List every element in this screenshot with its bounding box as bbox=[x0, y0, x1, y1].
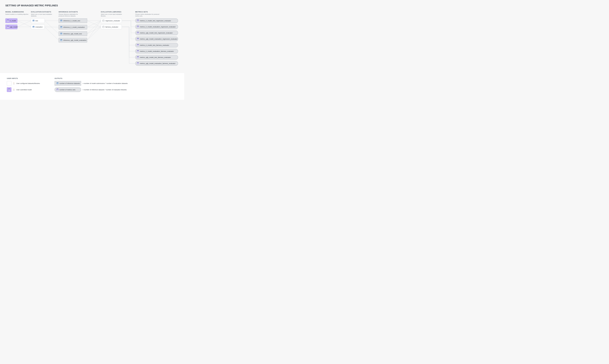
model-node-1[interactable]: xgb_model bbox=[5, 25, 17, 29]
legend-swatch-purple bbox=[7, 87, 12, 92]
svg-line-19 bbox=[87, 21, 101, 27]
inference-label: inference_lr_model_evaluation bbox=[63, 26, 85, 28]
legend-outputs-title: OUTPUTS bbox=[55, 78, 128, 79]
metrics-label: metrics_lr_model_evaluation_regression_e… bbox=[140, 26, 176, 28]
table-icon bbox=[32, 26, 34, 28]
legend-metrics-node: number of metrics sets bbox=[55, 87, 81, 92]
user-icon bbox=[13, 89, 15, 91]
evallib-node-0[interactable]: regression_evaluator bbox=[101, 18, 122, 23]
chart-icon bbox=[137, 32, 139, 34]
legend-submitted-text: User submitted model bbox=[16, 89, 32, 91]
metrics-node-3[interactable]: metrics_xgb_model_evaluation_regression_… bbox=[135, 37, 178, 41]
chart-icon bbox=[137, 20, 139, 22]
svg-line-24 bbox=[87, 21, 101, 40]
metrics-label: metrics_xgb_model_test_regression_evalua… bbox=[140, 32, 173, 34]
metrics-node-5[interactable]: metrics_lr_model_evaluation_fairness_eva… bbox=[135, 49, 178, 53]
svg-line-15 bbox=[45, 21, 59, 34]
svg-line-11 bbox=[17, 21, 31, 27]
col-sub-evalds: Select one or more input evaluation data… bbox=[31, 13, 55, 17]
legend-metrics-formula: = number of inference datasets * number … bbox=[83, 89, 127, 91]
svg-line-16 bbox=[45, 27, 59, 27]
table-icon bbox=[60, 26, 62, 28]
model-label: xgb_model bbox=[10, 26, 18, 28]
col-sub-evallibs: Select one or more input evaluation libr… bbox=[101, 13, 125, 17]
legend-outputs: OUTPUTS number of inference datasets = n… bbox=[55, 78, 128, 94]
col-header-models: MODEL SUBMISSIONS bbox=[5, 11, 24, 13]
svg-line-25 bbox=[87, 27, 101, 40]
col-sub-metrics: Choose metrics destination for produced … bbox=[135, 13, 160, 17]
svg-line-22 bbox=[87, 21, 101, 34]
svg-line-12 bbox=[17, 21, 31, 27]
user-icon bbox=[13, 82, 15, 84]
evalds-node-1[interactable]: evaluation bbox=[31, 25, 45, 29]
inference-node-1[interactable]: inference_lr_model_evaluation bbox=[59, 25, 87, 29]
metrics-label: metrics_xgb_model_evaluation_fairness_ev… bbox=[140, 63, 176, 64]
legend-configured-text: User configured datasets/libraries bbox=[16, 82, 40, 84]
chart-icon bbox=[137, 38, 139, 40]
col-header-evallibs: EVALUATION LIBRARIES bbox=[101, 11, 121, 13]
svg-line-20 bbox=[87, 21, 101, 27]
legend-row-metrics-count: number of metrics sets = number of infer… bbox=[55, 87, 128, 92]
inference-node-0[interactable]: inference_lr_model_test bbox=[59, 18, 87, 23]
inference-node-3[interactable]: inference_xgb_model_evaluation bbox=[59, 38, 87, 42]
metrics-label: metrics_lr_model_test_fairness_evaluator bbox=[140, 44, 169, 46]
model-node-0[interactable]: lr_model bbox=[5, 18, 17, 23]
metrics-label: metrics_lr_model_evaluation_fairness_eva… bbox=[140, 50, 174, 52]
col-sub-models: Submit models to a modeling objective. bbox=[5, 13, 29, 15]
chart-icon bbox=[8, 89, 10, 91]
evallib-label: fairness_evaluator bbox=[105, 26, 118, 28]
pipeline-canvas: SETTING UP MANAGED METRIC PIPELINES MODE… bbox=[0, 0, 184, 73]
inference-node-2[interactable]: inference_xgb_model_test bbox=[59, 31, 87, 36]
metrics-node-1[interactable]: metrics_lr_model_evaluation_regression_e… bbox=[135, 25, 178, 29]
metrics-label: metrics_lr_model_test_regression_evaluat… bbox=[140, 20, 171, 22]
svg-line-23 bbox=[87, 27, 101, 34]
code-icon bbox=[102, 26, 104, 28]
col-header-evalds: EVALUATION DATASETS bbox=[31, 11, 51, 13]
page-title: SETTING UP MANAGED METRIC PIPELINES bbox=[5, 4, 58, 7]
svg-line-17 bbox=[45, 27, 59, 40]
evalds-label: test bbox=[35, 20, 38, 22]
svg-line-21 bbox=[87, 27, 101, 27]
metrics-node-2[interactable]: metrics_xgb_model_test_regression_evalua… bbox=[135, 30, 178, 35]
chart-icon bbox=[137, 62, 139, 64]
legend-user-inputs: USER INPUTS User configured datasets/lib… bbox=[7, 78, 40, 94]
legend-user-inputs-title: USER INPUTS bbox=[7, 78, 40, 79]
chart-icon bbox=[56, 89, 58, 91]
legend-inference-node: number of inference datasets bbox=[55, 81, 81, 86]
code-icon bbox=[102, 20, 104, 22]
metrics-node-7[interactable]: metrics_xgb_model_evaluation_fairness_ev… bbox=[135, 61, 178, 66]
table-icon bbox=[60, 20, 62, 22]
evalds-label: evaluation bbox=[35, 26, 43, 28]
model-label: lr_model bbox=[10, 20, 16, 22]
legend-inference-label: number of inference datasets bbox=[59, 82, 80, 84]
legend-row-inference-count: number of inference datasets = number of… bbox=[55, 81, 128, 86]
table-icon bbox=[60, 39, 62, 41]
metrics-node-6[interactable]: metrics_xgb_model_test_fairness_evaluato… bbox=[135, 55, 178, 60]
chart-icon bbox=[7, 20, 9, 22]
metrics-node-4[interactable]: metrics_lr_model_test_fairness_evaluator bbox=[135, 43, 178, 47]
legend-row-submitted: User submitted model bbox=[7, 87, 40, 92]
metrics-node-0[interactable]: metrics_lr_model_test_regression_evaluat… bbox=[135, 18, 178, 23]
evalds-node-0[interactable]: test bbox=[31, 18, 45, 23]
evallib-label: regression_evaluator bbox=[105, 20, 120, 22]
col-sub-inference: Choose inference destination for produce… bbox=[59, 13, 83, 17]
legend-row-configured: User configured datasets/libraries bbox=[7, 81, 40, 86]
legend-swatch-white bbox=[7, 81, 12, 86]
legend-section: USER INPUTS User configured datasets/lib… bbox=[0, 73, 184, 100]
col-header-inference: INFERENCE DATASETS bbox=[59, 11, 78, 13]
evallib-node-1[interactable]: fairness_evaluator bbox=[101, 25, 122, 29]
legend-inference-formula: = number of model submissions * number o… bbox=[83, 82, 128, 84]
metrics-label: metrics_xgb_model_evaluation_regression_… bbox=[140, 38, 177, 40]
chart-icon bbox=[137, 44, 139, 46]
metrics-label: metrics_xgb_model_test_fairness_evaluato… bbox=[140, 56, 171, 58]
inference-label: inference_xgb_model_evaluation bbox=[63, 39, 86, 41]
col-header-metrics: METRICS SETS bbox=[135, 11, 148, 13]
chart-icon bbox=[137, 56, 139, 58]
legend-metrics-label: number of metrics sets bbox=[59, 89, 76, 91]
chart-icon bbox=[137, 50, 139, 52]
inference-label: inference_lr_model_test bbox=[63, 20, 80, 22]
inference-label: inference_xgb_model_test bbox=[63, 33, 82, 35]
chart-icon bbox=[7, 26, 9, 28]
table-icon bbox=[32, 20, 34, 22]
table-icon bbox=[56, 82, 58, 84]
